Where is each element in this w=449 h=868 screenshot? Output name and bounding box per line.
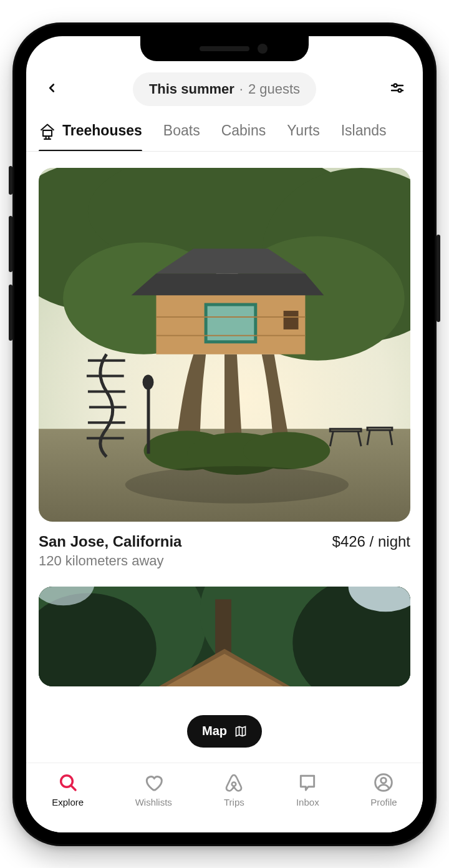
tab-label: Treehouses — [62, 122, 142, 139]
listing-card[interactable]: San Jose, California $426 / night 120 ki… — [39, 168, 410, 570]
tab-boats[interactable]: Boats — [163, 122, 200, 151]
svg-point-17 — [243, 432, 330, 469]
svg-point-32 — [143, 374, 154, 389]
nav-profile[interactable]: Profile — [370, 772, 397, 807]
map-icon — [234, 725, 247, 738]
notch — [140, 36, 309, 61]
search-icon — [57, 772, 79, 793]
side-button — [9, 285, 12, 341]
svg-rect-4 — [43, 130, 52, 135]
side-button — [9, 216, 12, 272]
filters-button[interactable] — [384, 76, 410, 102]
tab-label: Yurts — [287, 122, 319, 139]
profile-icon — [373, 772, 394, 793]
search-when: This summer — [149, 81, 234, 97]
svg-point-39 — [125, 466, 349, 503]
treehouse-icon — [39, 122, 56, 140]
map-button[interactable]: Map — [187, 715, 262, 748]
phone-frame: This summer · 2 guests Treehouses Boats … — [12, 22, 437, 846]
nav-label: Wishlists — [135, 797, 172, 807]
bottom-nav: Explore Wishlists Trips Inbox Profile — [26, 763, 423, 832]
chat-icon — [297, 772, 318, 793]
svg-point-3 — [398, 89, 401, 92]
tab-treehouses[interactable]: Treehouses — [39, 122, 142, 151]
nav-trips[interactable]: Trips — [223, 772, 244, 807]
svg-rect-22 — [284, 311, 299, 329]
airbnb-logo-icon — [223, 772, 244, 793]
nav-label: Trips — [224, 797, 244, 807]
results-list[interactable]: San Jose, California $426 / night 120 ki… — [26, 152, 423, 763]
nav-explore[interactable]: Explore — [52, 772, 84, 807]
svg-line-53 — [71, 786, 75, 790]
nav-label: Explore — [52, 797, 84, 807]
heart-icon — [143, 772, 164, 793]
tab-label: Islands — [341, 122, 387, 139]
listing-price: $426 / night — [332, 533, 410, 550]
chevron-left-icon — [45, 81, 59, 97]
tab-cabins[interactable]: Cabins — [221, 122, 266, 151]
nav-label: Profile — [370, 797, 397, 807]
tab-label: Cabins — [221, 122, 266, 139]
nav-inbox[interactable]: Inbox — [296, 772, 319, 807]
nav-wishlists[interactable]: Wishlists — [135, 772, 172, 807]
tab-label: Boats — [163, 122, 200, 139]
tab-yurts[interactable]: Yurts — [287, 122, 319, 151]
nav-label: Inbox — [296, 797, 319, 807]
listing-image[interactable] — [39, 168, 410, 522]
back-button[interactable] — [39, 76, 65, 102]
search-summary-pill[interactable]: This summer · 2 guests — [133, 72, 316, 106]
category-tabs[interactable]: Treehouses Boats Cabins Yurts Islands — [26, 114, 423, 152]
separator-dot: · — [239, 81, 243, 97]
svg-point-54 — [232, 782, 236, 786]
tab-islands[interactable]: Islands — [341, 122, 387, 151]
svg-point-1 — [393, 84, 397, 87]
listing-card[interactable] — [39, 587, 410, 686]
listing-distance: 120 kilometers away — [39, 553, 410, 569]
sliders-icon — [390, 80, 405, 98]
svg-marker-19 — [132, 273, 324, 295]
side-button — [9, 166, 12, 195]
listing-location: San Jose, California — [39, 533, 181, 550]
svg-rect-31 — [147, 385, 150, 454]
map-button-label: Map — [202, 724, 227, 738]
side-button — [437, 235, 440, 322]
svg-point-56 — [381, 778, 387, 783]
search-guests: 2 guests — [248, 81, 300, 97]
